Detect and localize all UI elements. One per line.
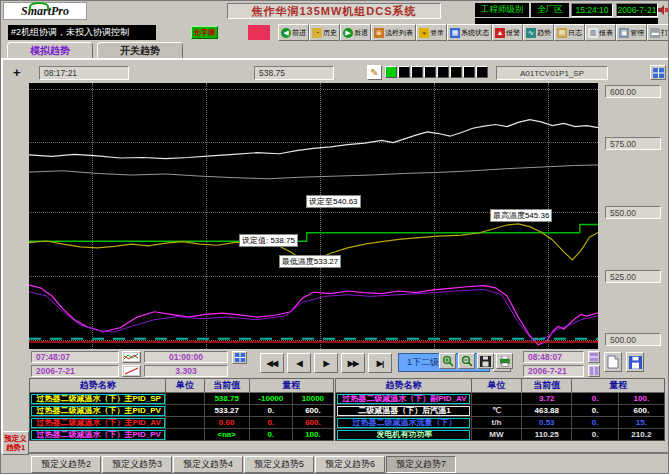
series-purple-av xyxy=(29,289,598,340)
pen-color-swatch-7[interactable] xyxy=(463,66,475,78)
bottom-tab-predefined-5[interactable]: 预定义趋势5 xyxy=(244,456,314,473)
start-date-field[interactable]: 2006-7-21 xyxy=(31,365,119,377)
range-max-cell: 210.2 xyxy=(618,429,664,441)
trend-icon: ∿ xyxy=(526,28,536,38)
column-header: 趋势名称 xyxy=(30,379,166,393)
bottom-tab-predefined-4[interactable]: 预定义趋势4 xyxy=(173,456,243,473)
pen-edit-icon[interactable]: ✎ xyxy=(367,65,382,80)
chart-annotation-3: 最低温度533.27 xyxy=(279,255,341,268)
print-trend-icon[interactable] xyxy=(496,353,513,369)
trend-name-cell[interactable]: 过热器二级减温水（下）主PID_PV xyxy=(30,405,166,417)
nav-button-4[interactable]: ▶▶ xyxy=(341,353,365,373)
column-header: 单位 xyxy=(471,379,521,393)
start-time-field[interactable]: 07:48:07 xyxy=(31,351,119,363)
table-row[interactable]: 过热器二级减温水（下）主PID_SP538.75-1000010000 xyxy=(30,393,334,405)
save-file-icon[interactable] xyxy=(626,352,644,372)
view-tab-2[interactable]: 开关趋势 xyxy=(97,42,183,59)
trend-name-cell[interactable]: 发电机有功功率 xyxy=(336,429,472,441)
pen-color-swatch-3[interactable] xyxy=(411,66,423,78)
trend-mini-icon[interactable] xyxy=(122,351,141,363)
crosshair-cursor-icon[interactable]: + xyxy=(13,65,21,80)
new-trend-icon[interactable] xyxy=(604,352,622,372)
pen-color-swatch-5[interactable] xyxy=(437,66,449,78)
table-row[interactable]: 过热器二级减温水（下）副PID_AV3.720.100. xyxy=(336,393,665,405)
end-time-field[interactable]: 08:48:07 xyxy=(523,351,584,363)
unit-cell: t/h xyxy=(471,417,521,429)
toolbar-button-9[interactable]: ▤日志 xyxy=(554,24,585,41)
save-trend-icon[interactable] xyxy=(477,353,494,369)
alarm-indicator xyxy=(248,25,270,40)
light-board-button[interactable]: 光字牌 xyxy=(191,26,218,39)
toolbar-button-11[interactable]: ▣管理 xyxy=(616,24,647,41)
unit-cell xyxy=(471,393,521,405)
range-min-cell: -10000 xyxy=(249,393,292,405)
y-axis-label: 550.00 xyxy=(605,206,661,219)
toolbar-button-7[interactable]: ▲报警 xyxy=(492,24,523,41)
bottom-tab-predefined-2[interactable]: 预定义趋势2 xyxy=(31,456,101,473)
trend-chart[interactable]: 设定至540.63设定值: 538.75最低温度533.27最高温度545.36 xyxy=(29,83,598,349)
bottom-tab-predefined-3[interactable]: 预定义趋势3 xyxy=(102,456,172,473)
time-span-field[interactable]: 01:00:00 xyxy=(144,351,228,363)
nav-button-3[interactable]: ▶ xyxy=(314,353,338,373)
table-row[interactable]: 过热器二级减温水（下）主PID_AV0.600.600. xyxy=(30,417,334,429)
current-value-cell: 3.72 xyxy=(522,393,572,405)
range-min-cell: 0. xyxy=(572,405,618,417)
app-logo: SmartPro xyxy=(3,2,87,20)
trend-name-cell[interactable]: 过热器二级减温水（下）主PID_PV xyxy=(30,429,166,441)
trend-name-cell[interactable]: 过热器二级减温水（下）主PID_SP xyxy=(30,393,166,405)
toolbar-button-label: 报表 xyxy=(599,28,613,38)
bottom-tab-predefined-7[interactable]: 预定义趋势7 xyxy=(386,456,456,473)
history-icon: ◔ xyxy=(312,28,322,38)
speaker-icon[interactable] xyxy=(658,4,669,16)
toolbar-button-4[interactable]: ≣流程列表 xyxy=(371,24,416,41)
cursor-measure-icon[interactable] xyxy=(122,365,141,377)
table-row[interactable]: 过热器二级减温水（下）主PID_PV533.270.600. xyxy=(30,405,334,417)
pen-color-swatch-6[interactable] xyxy=(450,66,462,78)
toolbar-button-1[interactable]: ◀前进 xyxy=(278,24,309,41)
table-row[interactable]: 二级减温器（下）后汽温1℃463.880.600. xyxy=(336,405,665,417)
trend-table-left: 趋势名称单位当前值量程过热器二级减温水（下）主PID_SP538.75-1000… xyxy=(29,378,334,441)
toolbar-button-label: 管理 xyxy=(630,28,644,38)
trend-table-right: 趋势名称单位当前值量程过热器二级减温水（下）副PID_AV3.720.100.二… xyxy=(335,378,665,441)
back-icon: ▶ xyxy=(343,28,353,38)
toolbar-button-12[interactable]: ▬打印图形 xyxy=(647,24,669,41)
chart-annotation-4: 最高温度545.36 xyxy=(490,209,552,222)
toolbar-button-10[interactable]: ▥报表 xyxy=(585,24,616,41)
bottom-tab-predefined-6[interactable]: 预定义趋势6 xyxy=(315,456,385,473)
nav-button-2[interactable]: ◀ xyxy=(287,353,311,373)
nav-button-1[interactable]: ◀◀ xyxy=(260,353,284,373)
series-gray-temp xyxy=(29,165,598,179)
trend-name-cell[interactable]: 过热器二级减温水流量（下） xyxy=(336,417,472,429)
table-row[interactable]: 过热器二级减温水流量（下）t/h0.530.15. xyxy=(336,417,665,429)
pen-color-swatch-4[interactable] xyxy=(424,66,436,78)
column-header: 量程 xyxy=(249,379,333,393)
pen-color-swatch-2[interactable] xyxy=(398,66,410,78)
pen-swatch-bar xyxy=(385,66,489,78)
zoom-in-icon[interactable] xyxy=(439,353,456,369)
end-time-picker-icon[interactable] xyxy=(588,351,600,363)
trend-name-cell[interactable]: 过热器二级减温水（下）副PID_AV xyxy=(336,393,472,405)
range-max-cell: 15. xyxy=(618,417,664,429)
view-tab-1[interactable]: 模拟趋势 xyxy=(7,42,93,59)
toolbar-button-3[interactable]: ▶后退 xyxy=(340,24,371,41)
toolbar-button-2[interactable]: ◔历史 xyxy=(309,24,340,41)
trend-name-cell[interactable]: 过热器二级减温水（下）主PID_AV xyxy=(30,417,166,429)
trend-name-cell[interactable]: 二级减温器（下）后汽温1 xyxy=(336,405,472,417)
chart-config-icon[interactable] xyxy=(650,65,666,80)
pen-color-swatch-1[interactable] xyxy=(385,66,397,78)
end-date-field[interactable]: 2006-7-21 xyxy=(523,365,584,377)
toolbar: ◀前进◔历史▶后退≣流程列表●登录▦系统状态▲报警∿趋势▤日志▥报表▣管理▬打印… xyxy=(278,24,669,41)
table-row[interactable]: 发电机有功功率MW110.250.210.2 xyxy=(336,429,665,441)
bottom-tab-predefined-1[interactable]: 预定义趋势1 xyxy=(2,431,29,455)
toolbar-button-5[interactable]: ●登录 xyxy=(416,24,447,41)
nav-button-5[interactable]: ▶| xyxy=(368,353,392,373)
toolbar-button-6[interactable]: ▦系统状态 xyxy=(447,24,492,41)
flow-list-icon: ≣ xyxy=(374,28,384,38)
grid-settings-icon[interactable] xyxy=(232,351,247,364)
pen-color-swatch-8[interactable] xyxy=(476,66,488,78)
toolbar-button-label: 后退 xyxy=(354,28,368,38)
end-date-picker-icon[interactable] xyxy=(588,365,600,377)
zoom-out-icon[interactable] xyxy=(458,353,475,369)
table-row[interactable]: 过热器二级减温水（下）主PID_PV<na>0.100. xyxy=(30,429,334,441)
toolbar-button-8[interactable]: ∿趋势 xyxy=(523,24,554,41)
